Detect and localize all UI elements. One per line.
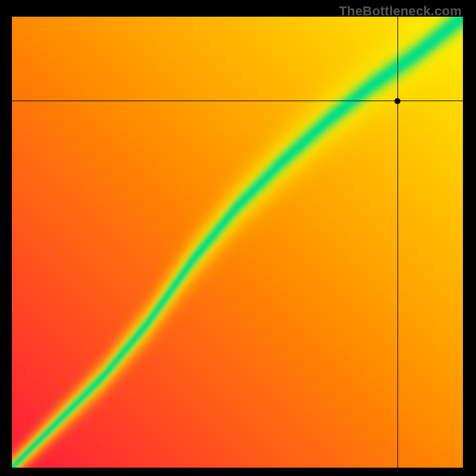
bottleneck-heatmap (12, 17, 463, 468)
crosshair-marker (394, 98, 400, 104)
crosshair-vertical (397, 17, 398, 468)
chart-wrapper: TheBottleneck.com (0, 0, 476, 476)
watermark-text: TheBottleneck.com (339, 4, 462, 19)
